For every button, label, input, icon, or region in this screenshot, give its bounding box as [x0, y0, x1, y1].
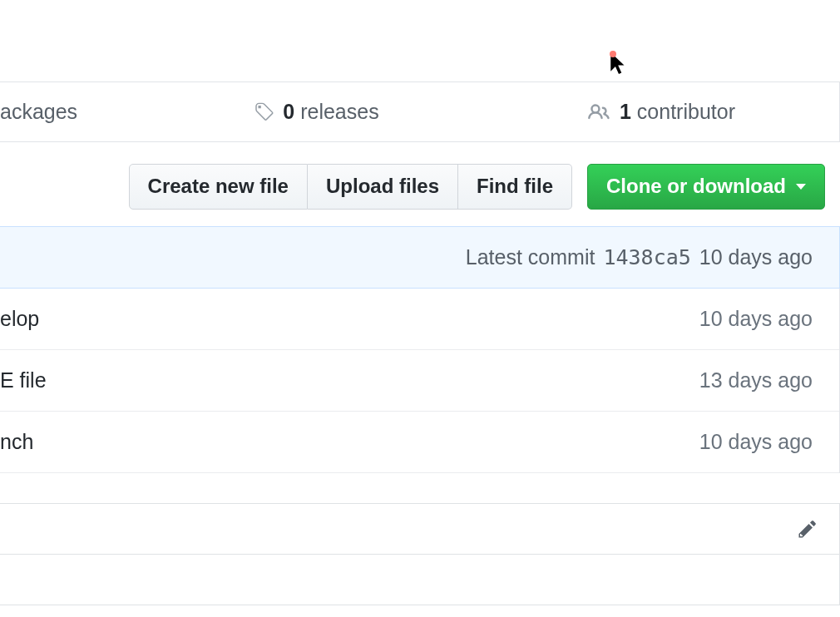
pencil-icon[interactable]	[798, 519, 818, 539]
clone-or-download-label: Clone or download	[606, 175, 786, 199]
contributor-label: contributor	[637, 100, 735, 123]
people-icon	[586, 101, 611, 123]
commit-message-fragment: nch	[0, 430, 33, 454]
action-bar: Create new file Upload files Find file C…	[0, 142, 840, 210]
file-time: 10 days ago	[699, 430, 813, 454]
readme-content	[0, 555, 839, 605]
readme-header	[0, 504, 839, 555]
caret-down-icon	[796, 184, 806, 190]
commit-sha[interactable]: 1438ca5	[603, 245, 690, 269]
readme-box	[0, 503, 840, 605]
upload-files-button[interactable]: Upload files	[308, 164, 458, 210]
commit-message-fragment: elop	[0, 307, 39, 331]
file-list: elop 10 days ago E file 13 days ago nch …	[0, 289, 840, 473]
stats-releases[interactable]: 0 releases	[150, 82, 482, 141]
releases-count: 0	[283, 100, 294, 123]
latest-commit-label: Latest commit	[466, 245, 595, 269]
create-new-file-button[interactable]: Create new file	[129, 164, 308, 210]
clone-or-download-button[interactable]: Clone or download	[587, 164, 825, 210]
file-time: 13 days ago	[699, 368, 813, 392]
stats-contributor[interactable]: 1 contributor	[482, 82, 839, 141]
file-actions-group: Create new file Upload files Find file	[129, 164, 572, 210]
repo-stats-bar: ackages 0 releases 1 contributor	[0, 81, 840, 142]
table-row[interactable]: E file 13 days ago	[0, 350, 839, 412]
contributor-count: 1	[620, 100, 631, 123]
packages-label-fragment: ackages	[0, 100, 77, 124]
find-file-button[interactable]: Find file	[458, 164, 572, 210]
stats-packages[interactable]: ackages	[0, 82, 150, 141]
releases-label: releases	[300, 100, 379, 123]
latest-commit-bar[interactable]: Latest commit 1438ca5 10 days ago	[0, 226, 840, 289]
table-row[interactable]: elop 10 days ago	[0, 289, 839, 350]
commit-time: 10 days ago	[699, 245, 813, 269]
table-row[interactable]: nch 10 days ago	[0, 412, 839, 473]
tag-icon	[253, 101, 274, 123]
cursor-icon	[610, 52, 628, 77]
file-time: 10 days ago	[699, 307, 813, 331]
commit-message-fragment: E file	[0, 368, 47, 392]
